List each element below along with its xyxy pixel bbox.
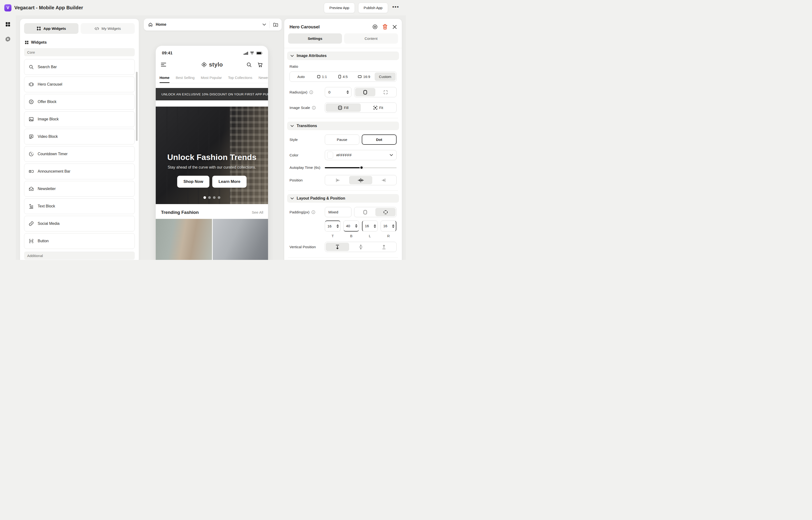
color-label: Color [289, 153, 325, 157]
tile-urban-winter[interactable]: URBAN WINTER STYLES [156, 219, 212, 260]
tile-minimal-winter[interactable]: MINIMAL WINTER LAYERS [213, 219, 268, 260]
tab-my-widgets[interactable]: My Widgets [81, 23, 135, 34]
vertical-bottom-icon[interactable] [372, 243, 396, 251]
dot[interactable] [213, 196, 216, 199]
padding-left-input[interactable]: 16 [362, 220, 378, 232]
carousel-icon [29, 82, 34, 87]
position-segmented-control [325, 175, 397, 185]
learn-more-button[interactable]: Learn More [212, 176, 246, 188]
widget-image-block[interactable]: Image Block [24, 111, 135, 127]
widget-label: Text Block [38, 204, 55, 208]
widgets-rail-icon[interactable] [0, 19, 16, 30]
padding-top-label: T [325, 234, 341, 238]
tab-content[interactable]: Content [344, 33, 398, 44]
code-icon [95, 27, 99, 30]
widget-label: Video Block [38, 134, 58, 139]
hero-carousel-widget[interactable]: Unlock Fashion Trends Stay ahead of the … [156, 107, 268, 204]
scale-fit-option[interactable]: Fit [361, 103, 396, 112]
widget-newsletter[interactable]: Newsletter [24, 181, 135, 197]
autoplay-slider[interactable] [325, 166, 397, 170]
widget-text-block[interactable]: Text Block [24, 198, 135, 214]
vertical-top-icon[interactable] [326, 243, 349, 251]
tab-most-popular[interactable]: Most Popular [201, 72, 222, 83]
position-right-icon[interactable] [372, 176, 396, 184]
padding-right-field: 16 R [381, 220, 396, 238]
widget-announcement-bar[interactable]: Announcement Bar [24, 163, 135, 179]
dot[interactable] [218, 196, 220, 199]
padding-left-label: L [362, 234, 378, 238]
padding-individual-icon[interactable] [375, 208, 396, 216]
widget-social-media[interactable]: Social Media [24, 216, 135, 232]
widget-offer-block[interactable]: Offer Block [24, 94, 135, 110]
ratio-1-1[interactable]: 1:1 [311, 73, 333, 81]
style-dot-button[interactable]: Dot [362, 134, 397, 145]
widget-button[interactable]: Button [24, 233, 135, 249]
ratio-option-label: 1:1 [322, 75, 327, 79]
style-option-label: Dot [376, 137, 382, 142]
padding-mode-input[interactable]: Mixed [325, 207, 351, 217]
shop-now-button[interactable]: Shop Now [177, 176, 209, 188]
tab-home[interactable]: Home [160, 72, 169, 83]
widget-video-block[interactable]: Video Block [24, 129, 135, 145]
radius-all-corners-icon[interactable] [355, 88, 375, 96]
radius-input[interactable]: 0 [325, 87, 351, 97]
widget-label: Image Block [38, 117, 59, 121]
padding-bottom-input[interactable]: 40 [343, 220, 359, 232]
scale-fill-option[interactable]: Fill [326, 103, 361, 112]
section-image-attributes[interactable]: Image Attributes [287, 52, 399, 60]
visibility-icon[interactable] [372, 24, 378, 30]
ratio-16-9[interactable]: 16:9 [353, 73, 375, 81]
widget-label: Search Bar [38, 65, 57, 69]
dot-active[interactable] [203, 196, 206, 199]
position-center-icon[interactable] [349, 176, 372, 184]
tab-app-widgets[interactable]: App Widgets [24, 23, 78, 34]
page-name: Home [156, 22, 166, 27]
ratio-custom[interactable]: Custom [375, 73, 396, 81]
phone-search-icon[interactable] [246, 62, 252, 68]
delete-icon[interactable] [383, 24, 388, 30]
widget-hero-carousel[interactable]: Hero Carousel [24, 77, 135, 92]
more-menu-icon[interactable]: ••• [391, 4, 401, 12]
settings-rail-icon[interactable] [0, 34, 16, 45]
widget-search-bar[interactable]: Search Bar [24, 59, 135, 75]
widget-label: Newsletter [38, 187, 56, 191]
style-pause-button[interactable]: Pause [325, 134, 359, 145]
padding-uniform-icon[interactable] [355, 208, 375, 216]
scale-option-label: Fill [344, 106, 348, 110]
tab-newest[interactable]: Newest [259, 72, 268, 83]
carousel-dots[interactable] [203, 196, 220, 199]
tab-best-selling[interactable]: Best Selling [176, 72, 194, 83]
info-icon[interactable] [312, 106, 316, 110]
color-picker[interactable]: #FFFFFF [325, 150, 397, 160]
padding-bottom-field: 40 B [343, 220, 359, 238]
preview-app-button[interactable]: Preview App [324, 3, 355, 13]
info-icon[interactable] [309, 90, 313, 94]
tab-top-collections[interactable]: Top Collections [228, 72, 252, 83]
page-selector[interactable]: Home [144, 19, 282, 30]
tab-settings[interactable]: Settings [288, 33, 342, 44]
info-icon[interactable] [311, 210, 315, 214]
dot[interactable] [208, 196, 211, 199]
chevron-down-icon [290, 55, 294, 57]
radius-individual-corners-icon[interactable] [375, 88, 396, 96]
slider-thumb[interactable] [360, 166, 363, 170]
publish-app-button[interactable]: Publish App [358, 3, 388, 13]
widget-list-scrollbar[interactable] [136, 72, 138, 141]
stepper-arrows[interactable] [346, 90, 349, 94]
add-page-icon[interactable] [273, 22, 278, 27]
vertical-center-icon[interactable] [349, 243, 372, 251]
see-all-link[interactable]: See All [252, 210, 263, 214]
hamburger-menu-icon[interactable] [161, 63, 166, 67]
padding-right-input[interactable]: 16 [381, 220, 396, 232]
padding-top-input[interactable]: 16 [325, 220, 341, 232]
widget-countdown-timer[interactable]: Countdown Timer [24, 146, 135, 162]
ratio-auto[interactable]: Auto [290, 73, 311, 81]
cart-icon[interactable] [257, 62, 263, 68]
position-left-icon[interactable] [326, 176, 349, 184]
close-icon[interactable] [392, 25, 397, 29]
section-layout-padding[interactable]: Layout Padding & Position [287, 194, 399, 203]
widget-label: Button [38, 239, 49, 243]
chevron-down-icon[interactable] [262, 23, 266, 26]
section-transitions[interactable]: Transitions [287, 122, 399, 130]
ratio-4-5[interactable]: 4:5 [333, 73, 353, 81]
